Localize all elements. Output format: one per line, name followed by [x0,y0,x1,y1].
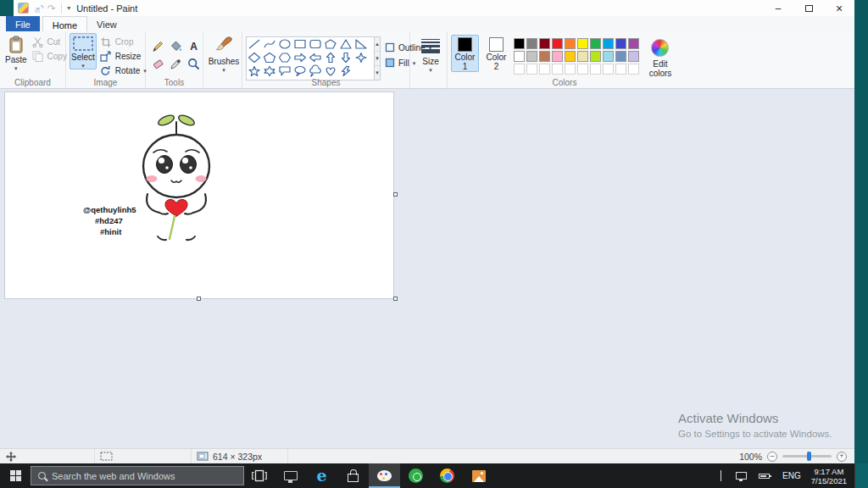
custom-color-slot[interactable] [590,64,601,75]
close-button[interactable]: × [824,0,854,16]
taskbar-app-chrome[interactable] [431,463,463,488]
tray-display-button[interactable] [730,463,753,488]
tab-file[interactable]: File [6,16,40,31]
app-icon [377,470,392,481]
custom-color-slot[interactable] [615,64,626,75]
zoom-slider[interactable] [782,455,832,458]
custom-color-slot[interactable] [552,64,563,75]
rotate-button[interactable]: Rotate ▾ [98,65,148,76]
app-icon [348,474,359,482]
brushes-button[interactable]: Brushes ▾ [207,33,241,74]
watermark-line: #hd247 [83,215,136,226]
task-view-button[interactable] [244,463,275,488]
color-swatch[interactable] [552,51,563,62]
show-desktop-button[interactable] [854,463,868,488]
canvas-resize-handle-bottom[interactable] [197,297,201,301]
dropdown-arrow-icon: ▾ [222,67,225,73]
taskbar-app-green[interactable] [400,463,431,488]
shape-right-arrow [295,54,306,62]
tab-home[interactable]: Home [42,16,87,31]
taskbar-app-paint[interactable] [369,463,400,488]
custom-color-slot[interactable] [577,64,588,75]
taskbar-search[interactable] [31,466,244,485]
drawing-canvas[interactable]: @qethuylinh5 #hd247 #hinit [5,92,393,298]
canvas-resize-handle-corner[interactable] [393,297,398,301]
cut-button[interactable]: Cut [31,36,69,47]
activate-line2: Go to Settings to activate Windows. [678,429,832,439]
tray-battery-button[interactable] [753,463,776,488]
language-indicator[interactable]: ENG [776,471,808,480]
shape-right-triangle [356,40,366,48]
tray-time: 9:17 AM [811,467,847,476]
color1-button[interactable]: Color 1 [451,35,479,72]
color-swatch[interactable] [628,38,639,49]
color-swatch[interactable] [514,38,525,49]
color-swatch[interactable] [577,38,588,49]
shapes-scroll-up-button[interactable]: ▲ [375,37,380,52]
copy-button[interactable]: Copy [31,51,69,62]
search-icon [38,472,46,480]
custom-color-slot[interactable] [603,64,614,75]
taskbar-app-monitor[interactable] [275,463,306,488]
color-swatch[interactable] [539,38,550,49]
color-swatch[interactable] [603,51,614,62]
zoom-slider-thumb[interactable] [807,452,811,461]
custom-color-slot[interactable] [514,64,525,75]
tray-expand-button[interactable] [715,471,730,481]
custom-color-slot[interactable] [539,64,550,75]
color-swatch[interactable] [615,38,626,49]
start-button[interactable] [0,463,31,488]
redo-icon: ↷ [47,3,56,14]
text-tool-button[interactable]: A [185,37,202,54]
resize-button[interactable]: Resize [98,51,148,62]
custom-color-slot[interactable] [628,64,639,75]
pencil-tool-button[interactable] [149,37,166,54]
magnifier-tool-button[interactable] [185,55,202,72]
color-swatch[interactable] [628,51,639,62]
color2-button[interactable]: Color 2 [482,35,510,72]
taskbar-app-edge[interactable] [306,463,337,488]
color-swatch[interactable] [615,51,626,62]
color-swatch[interactable] [603,38,614,49]
color-swatch[interactable] [539,51,550,62]
color-swatch[interactable] [514,51,525,62]
zoom-out-button[interactable]: – [767,452,777,462]
custom-color-slot[interactable] [565,64,576,75]
paste-button[interactable]: Paste ▾ [3,33,29,72]
edit-colors-button[interactable]: Edit colors [643,35,678,79]
fill-tool-button[interactable] [167,37,184,54]
taskbar-app-store[interactable] [337,463,369,488]
redo-button[interactable]: ↷ [47,3,56,14]
tab-view[interactable]: View [87,16,126,31]
group-tools: A Tools [146,31,203,88]
taskbar-clock[interactable]: 9:17 AM 7/15/2021 [808,467,854,485]
crop-button[interactable]: Crop [98,36,148,47]
canvas-resize-handle-right[interactable] [393,192,398,197]
outline-icon [385,42,395,53]
size-button[interactable]: Size ▾ [414,33,448,74]
color-swatch[interactable] [590,51,601,62]
color-swatch[interactable] [565,51,576,62]
color-swatch[interactable] [590,38,601,49]
color-swatch[interactable] [552,38,563,49]
color-swatch[interactable] [526,38,537,49]
shape-gallery[interactable] [246,36,375,80]
color-swatch[interactable] [577,51,588,62]
taskbar-app-photos[interactable] [463,463,494,488]
zoom-in-button[interactable]: + [837,452,847,462]
color-swatch[interactable] [565,38,576,49]
task-view-icon [252,469,267,482]
minimize-button[interactable]: – [763,0,793,16]
customize-qat-button[interactable]: ▾ [67,4,70,12]
group-shapes: ▲ ▼ ▼ Outline ▾ Fill ▾ [242,31,410,88]
color-swatch[interactable] [526,51,537,62]
custom-color-slot[interactable] [526,64,537,75]
eraser-tool-button[interactable] [149,55,166,72]
shapes-scroll-down-button[interactable]: ▼ [375,52,380,66]
paint-app-icon[interactable] [18,3,29,14]
select-button[interactable]: Select ▾ [70,33,97,69]
edit-colors-icon [651,39,669,57]
color-picker-tool-button[interactable] [167,55,184,72]
search-input[interactable] [52,471,236,481]
maximize-button[interactable] [793,0,824,16]
